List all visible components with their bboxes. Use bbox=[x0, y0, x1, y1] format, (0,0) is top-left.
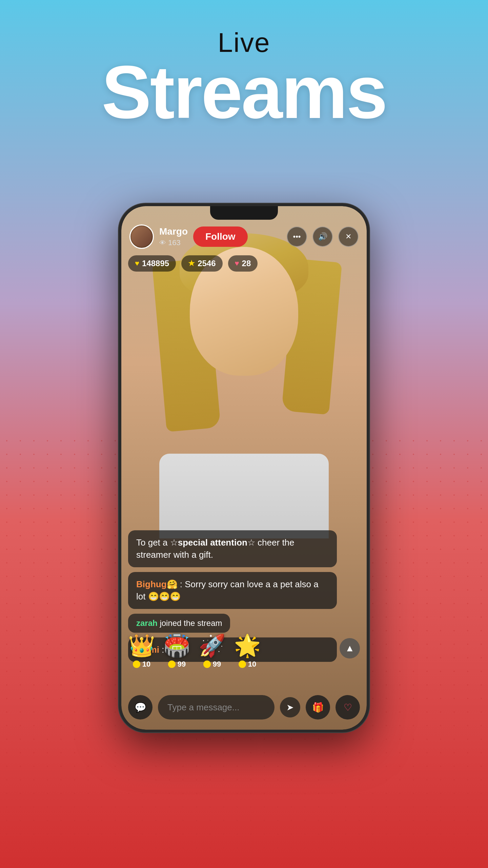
gift-cost-4: 10 bbox=[239, 660, 256, 669]
bottom-bar: 💬 Type a message... ➤ 🎁 ♡ bbox=[128, 695, 360, 719]
open-chat-button[interactable]: 💬 bbox=[128, 695, 152, 719]
gift-emoji-3: 🚀 bbox=[199, 633, 226, 658]
sound-icon: 🔊 bbox=[318, 232, 327, 241]
like-button[interactable]: ♡ bbox=[336, 695, 360, 719]
heart-icon: ♡ bbox=[344, 702, 352, 713]
gift-price-3: 99 bbox=[213, 660, 221, 669]
gift-price-4: 10 bbox=[248, 660, 256, 669]
chat-bubble-icon: 💬 bbox=[135, 702, 146, 713]
streams-label: Streams bbox=[0, 55, 488, 130]
coins-badge: ♥ 148895 bbox=[128, 255, 176, 272]
stars-value: 2546 bbox=[198, 259, 216, 268]
phone-device: Margo 👁 163 Follow ••• 🔊 ✕ bbox=[119, 203, 369, 732]
coin-icon-2 bbox=[168, 660, 176, 668]
close-button[interactable]: ✕ bbox=[338, 226, 359, 247]
join-text: joined the stream bbox=[160, 618, 222, 628]
chevron-up-icon: ▲ bbox=[345, 643, 354, 654]
coins-value: 148895 bbox=[142, 259, 169, 268]
gift-price-1: 10 bbox=[142, 660, 150, 669]
stream-header: Margo 👁 163 Follow ••• 🔊 ✕ bbox=[121, 221, 367, 252]
streamer-name: Margo bbox=[159, 226, 188, 237]
join-notification: zarah joined the stream bbox=[128, 614, 230, 633]
message-input[interactable]: Type a message... bbox=[158, 695, 274, 719]
eye-icon: 👁 bbox=[159, 239, 166, 247]
stats-bar: ♥ 148895 ★ 2546 ♥ 28 bbox=[128, 255, 258, 272]
avatar-image bbox=[131, 226, 152, 247]
streamer-video bbox=[142, 233, 346, 538]
system-message: To get a ☆special attention☆ cheer the s… bbox=[128, 530, 337, 567]
gift-item-2[interactable]: 🏟️ 99 bbox=[163, 633, 190, 669]
send-message-button[interactable]: ➤ bbox=[280, 697, 300, 717]
header-right-icons: ••• 🔊 ✕ bbox=[287, 226, 359, 247]
scroll-up-button[interactable]: ▲ bbox=[340, 638, 360, 658]
viewer-count: 👁 163 bbox=[159, 238, 188, 247]
streamer-avatar[interactable] bbox=[129, 224, 154, 249]
hearts-value: 28 bbox=[242, 259, 251, 268]
header-area: Live Streams bbox=[0, 27, 488, 130]
stars-icon: ★ bbox=[188, 259, 195, 268]
hearts-badge: ♥ 28 bbox=[228, 255, 258, 272]
coin-icon-1 bbox=[133, 660, 140, 668]
gift-item-3[interactable]: 🚀 99 bbox=[199, 633, 226, 669]
more-options-button[interactable]: ••• bbox=[287, 226, 307, 247]
gift-cost-2: 99 bbox=[168, 660, 186, 669]
sound-button[interactable]: 🔊 bbox=[312, 226, 333, 247]
gift-emoji-1: 👑 bbox=[128, 633, 155, 658]
close-icon: ✕ bbox=[345, 232, 351, 241]
stars-badge: ★ 2546 bbox=[181, 255, 222, 272]
gift-icon: 🎁 bbox=[312, 702, 324, 713]
streamer-info: Margo 👁 163 bbox=[159, 226, 188, 247]
phone-screen: Margo 👁 163 Follow ••• 🔊 ✕ bbox=[121, 206, 367, 730]
coins-icon: ♥ bbox=[135, 259, 139, 268]
system-message-text: To get a ☆special attention☆ cheer the s… bbox=[136, 537, 294, 560]
join-username: zarah bbox=[136, 618, 158, 628]
chat-message-1: Bighug🤗 : Sorry sorry can love a a pet a… bbox=[128, 572, 337, 609]
phone-notch bbox=[210, 206, 278, 220]
viewer-number: 163 bbox=[168, 238, 181, 247]
gift-button[interactable]: 🎁 bbox=[306, 695, 330, 719]
gift-item-4[interactable]: 🌟 10 bbox=[234, 633, 261, 669]
more-icon: ••• bbox=[293, 232, 301, 241]
chat-username-1: Bighug🤗 bbox=[136, 579, 178, 589]
phone-shell: Margo 👁 163 Follow ••• 🔊 ✕ bbox=[119, 203, 369, 732]
hearts-icon: ♥ bbox=[235, 259, 239, 268]
follow-button[interactable]: Follow bbox=[193, 226, 248, 247]
message-placeholder: Type a message... bbox=[167, 702, 239, 713]
gift-price-2: 99 bbox=[178, 660, 186, 669]
gifts-row: 👑 10 🏟️ 99 🚀 bbox=[128, 633, 360, 672]
gift-cost-1: 10 bbox=[133, 660, 150, 669]
gift-cost-3: 99 bbox=[203, 660, 221, 669]
gift-item-1[interactable]: 👑 10 bbox=[128, 633, 155, 669]
gift-emoji-2: 🏟️ bbox=[163, 633, 190, 658]
gift-emoji-4: 🌟 bbox=[234, 633, 261, 658]
send-icon: ➤ bbox=[286, 702, 294, 713]
body bbox=[159, 454, 329, 538]
coin-icon-3 bbox=[203, 660, 211, 668]
coin-icon-4 bbox=[239, 660, 246, 668]
